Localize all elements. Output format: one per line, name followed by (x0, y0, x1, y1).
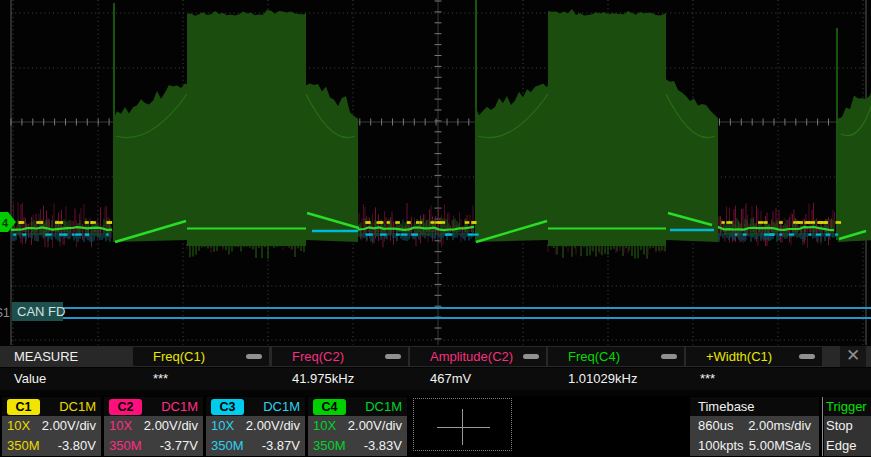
measure-cell-freq-c4[interactable]: Freq(C4) (548, 347, 684, 366)
trigger-status: Stop (824, 416, 871, 436)
crosshair-icon (437, 427, 490, 428)
measure-table: MEASURE Freq(C1) Freq(C2) Amplitude(C2) … (0, 346, 871, 390)
channel-scale: 2.00V/div (348, 416, 402, 436)
svg-text:4: 4 (2, 217, 9, 229)
channel-probe: 10X (7, 416, 30, 436)
measure-label: Freq(C4) (568, 349, 620, 364)
timebase-box[interactable]: Timebase 860us 2.00ms/div 100kpts 5.00MS… (690, 397, 819, 456)
channel-box-c3[interactable]: C3DC1M10X2.00V/div350M-3.87V (206, 397, 305, 456)
channel-header: C1DC1M (2, 397, 101, 416)
timebase-rate: 5.00MSa/s (749, 436, 811, 456)
channel-offset: -3.77V (160, 436, 198, 456)
remove-measure-icon[interactable] (246, 354, 262, 359)
channel-bandwidth: 350M (7, 436, 40, 456)
remove-measure-icon[interactable] (799, 354, 815, 359)
channel-scale: 2.00V/div (42, 416, 96, 436)
measure-drop-zone[interactable] (413, 398, 512, 451)
measure-cell-freq-c1[interactable]: Freq(C1) (133, 347, 269, 366)
timebase-scale: 2.00ms/div (748, 416, 811, 436)
channel-offset: -3.80V (58, 436, 96, 456)
measure-label: Amplitude(C2) (430, 349, 513, 364)
channel-badge[interactable]: C3 (211, 399, 244, 415)
close-icon[interactable]: ✕ (840, 346, 866, 367)
decode-protocol-label: CAN FD (17, 304, 65, 319)
timebase-title: Timebase (690, 397, 819, 416)
channel-header: C2DC1M (104, 397, 203, 416)
status-bar: C1DC1M10X2.00V/div350M-3.80V C2DC1M10X2.… (0, 396, 871, 457)
channel-scale: 2.00V/div (144, 416, 198, 436)
measure-title: MEASURE (14, 349, 78, 364)
timebase-delay: 860us (698, 416, 733, 436)
channel-offset: -3.87V (262, 436, 300, 456)
channel-scale: 2.00V/div (246, 416, 300, 436)
measure-value-freq-c1: *** (153, 368, 168, 390)
measure-header-row: MEASURE Freq(C1) Freq(C2) Amplitude(C2) … (0, 346, 871, 367)
channel-box-c4[interactable]: C4DC1M10X2.00V/div350M-3.83V (308, 397, 407, 456)
measure-cell-freq-c2[interactable]: Freq(C2) (272, 347, 408, 366)
channel-header: C4DC1M (308, 397, 407, 416)
measure-label: Freq(C1) (153, 349, 205, 364)
channel-coupling: DC1M (161, 399, 198, 414)
channel-bandwidth: 350M (109, 436, 142, 456)
channel-bandwidth: 350M (313, 436, 346, 456)
burst-waveforms (113, 0, 871, 259)
trigger-title: Trigger (824, 397, 871, 416)
oscilloscope-screen: CAN FDS14 MEASURE Freq(C1) Freq(C2) Ampl… (0, 0, 871, 457)
channel-header: C3DC1M (206, 397, 305, 416)
measure-cell-width-c1[interactable]: +Width(C1) (686, 347, 822, 366)
channel-coupling: DC1M (365, 399, 402, 414)
measure-value-row: Value *** 41.975kHz 467mV 1.01029kHz *** (0, 368, 871, 390)
channel-badge[interactable]: C1 (7, 399, 40, 415)
channel-box-c1[interactable]: C1DC1M10X2.00V/div350M-3.80V (2, 397, 101, 456)
trigger-box[interactable]: Trigger Stop Edge (824, 397, 871, 456)
channel-probe: 10X (109, 416, 132, 436)
measure-value-freq-c4: 1.01029kHz (568, 368, 637, 390)
value-row-label: Value (14, 368, 46, 390)
decode-bus-id-label: S1 (0, 306, 10, 320)
channel-badge[interactable]: C4 (313, 399, 346, 415)
waveform-display: CAN FDS14 (0, 0, 871, 345)
remove-measure-icon[interactable] (661, 354, 677, 359)
measure-value-amplitude-c2: 467mV (430, 368, 471, 390)
channel-badge[interactable]: C2 (109, 399, 142, 415)
measure-label: Freq(C2) (292, 349, 344, 364)
measure-label: +Width(C1) (706, 349, 772, 364)
channel-probe: 10X (313, 416, 336, 436)
timebase-points: 100kpts (698, 436, 744, 456)
channel-box-c2[interactable]: C2DC1M10X2.00V/div350M-3.77V (104, 397, 203, 456)
measure-value-width-c1: *** (700, 368, 715, 390)
divider (822, 397, 823, 456)
trigger-type: Edge (824, 436, 871, 456)
channel-coupling: DC1M (263, 399, 300, 414)
remove-measure-icon[interactable] (385, 354, 401, 359)
remove-measure-icon[interactable] (523, 354, 539, 359)
channel-bandwidth: 350M (211, 436, 244, 456)
decode-layer: CAN FDS1 (0, 302, 871, 321)
channel-coupling: DC1M (59, 399, 96, 414)
channel-offset: -3.83V (364, 436, 402, 456)
crosshair-icon (462, 409, 463, 445)
measure-value-freq-c2: 41.975kHz (292, 368, 354, 390)
channel-probe: 10X (211, 416, 234, 436)
measure-cell-amplitude-c2[interactable]: Amplitude(C2) (410, 347, 546, 366)
